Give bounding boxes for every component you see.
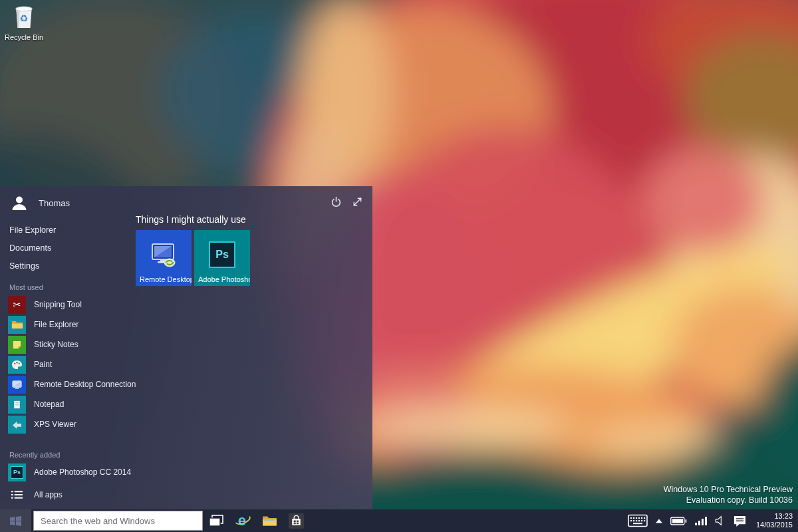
system-tray: 13:23 14/03/2015	[628, 509, 798, 532]
recycle-bin-label: Recycle Bin	[4, 33, 44, 41]
clock-date: 14/03/2015	[756, 521, 793, 529]
app-row-snipping-tool[interactable]: ✂ Snipping Tool	[8, 295, 132, 315]
recycle-bin[interactable]: ♻ Recycle Bin	[4, 4, 44, 41]
app-row-adobe-photoshop[interactable]: Ps Adobe Photoshop CC 2014	[8, 462, 132, 482]
keyboard-icon	[628, 514, 648, 527]
app-row-sticky-notes[interactable]: Sticky Notes	[8, 334, 132, 354]
tile-group-title: Things I might actually use	[136, 213, 250, 226]
user-account[interactable]: Thomas	[11, 194, 70, 211]
windows-store-button[interactable]	[283, 509, 309, 532]
search-input[interactable]	[33, 511, 203, 531]
signal-bars-icon	[695, 516, 707, 525]
desktop: ♻ Recycle Bin Windows 10 Pro Technical P…	[0, 0, 798, 532]
touch-keyboard-button[interactable]	[628, 509, 648, 532]
start-button[interactable]	[0, 509, 31, 532]
store-icon	[288, 513, 305, 529]
app-row-notepad[interactable]: Notepad	[8, 394, 132, 414]
recently-added-header: Recently added	[8, 448, 132, 462]
remote-desktop-icon	[8, 376, 26, 394]
clock-time: 13:23	[756, 512, 793, 521]
file-explorer-icon	[8, 316, 26, 334]
folder-icon	[262, 515, 277, 527]
all-apps-list-icon	[8, 490, 26, 499]
all-apps-button[interactable]: All apps	[8, 485, 132, 505]
app-row-file-explorer[interactable]: File Explorer	[8, 315, 132, 334]
nav-label: Settings	[9, 261, 39, 271]
windows-logo-icon	[9, 515, 22, 527]
taskbar-search	[33, 511, 203, 531]
user-name: Thomas	[39, 198, 70, 208]
app-row-xps-viewer[interactable]: XPS Viewer	[8, 414, 132, 434]
svg-text:♻: ♻	[19, 13, 28, 24]
sidebar-item-file-explorer[interactable]: File Explorer	[8, 221, 132, 239]
taskbar: e	[0, 509, 798, 532]
sidebar-item-documents[interactable]: Documents	[8, 239, 132, 257]
volume-button[interactable]	[715, 509, 725, 532]
watermark-line2: Evaluation copy. Build 10036	[664, 495, 793, 505]
tile-remote-desktop[interactable]: Remote Desktop	[136, 230, 192, 286]
tile-label: Remote Desktop	[140, 275, 192, 283]
speaker-icon	[715, 515, 725, 526]
app-row-paint[interactable]: Paint	[8, 354, 132, 374]
all-apps-label: All apps	[34, 490, 63, 499]
expand-diagonal-icon	[352, 196, 363, 207]
nav-label: File Explorer	[9, 225, 56, 235]
notepad-icon	[8, 396, 26, 414]
os-watermark: Windows 10 Pro Technical Preview Evaluat…	[664, 484, 793, 505]
most-used-header: Most used	[8, 280, 132, 295]
action-center-button[interactable]	[733, 509, 747, 532]
chevron-up-icon	[656, 519, 662, 523]
file-explorer-taskbar-button[interactable]	[256, 509, 283, 532]
watermark-line1: Windows 10 Pro Technical Preview	[664, 484, 793, 495]
remote-desktop-tile-icon	[148, 242, 179, 269]
sidebar-item-settings[interactable]: Settings	[8, 257, 132, 275]
taskbar-clock[interactable]: 13:23 14/03/2015	[755, 512, 793, 529]
power-icon	[331, 196, 342, 207]
recycle-bin-icon: ♻	[13, 4, 35, 29]
expand-start-menu-button[interactable]	[348, 193, 366, 210]
network-button[interactable]	[695, 509, 707, 532]
photoshop-icon: Ps	[8, 464, 26, 481]
svg-text:e: e	[237, 513, 245, 529]
show-hidden-icons-button[interactable]	[656, 509, 662, 532]
battery-icon	[670, 517, 687, 525]
task-view-icon	[209, 515, 223, 527]
app-row-remote-desktop-connection[interactable]: Remote Desktop Connection	[8, 374, 132, 394]
paint-icon	[8, 356, 26, 374]
tile-label: Adobe Photoshop	[198, 275, 250, 283]
nav-label: Documents	[9, 243, 51, 253]
snipping-tool-icon: ✂	[8, 296, 26, 314]
xps-viewer-icon	[8, 416, 26, 434]
start-menu: Thomas File Explorer D	[0, 186, 372, 509]
battery-button[interactable]	[670, 509, 687, 532]
action-center-icon	[733, 515, 747, 527]
power-button[interactable]	[327, 193, 344, 210]
tile-adobe-photoshop[interactable]: Ps Adobe Photoshop	[194, 230, 250, 286]
internet-explorer-button[interactable]: e	[229, 509, 256, 532]
internet-explorer-icon: e	[235, 513, 251, 529]
task-view-button[interactable]	[203, 509, 229, 532]
sticky-notes-icon	[8, 336, 26, 354]
photoshop-tile-icon: Ps	[209, 241, 235, 268]
user-avatar-icon	[11, 194, 28, 211]
